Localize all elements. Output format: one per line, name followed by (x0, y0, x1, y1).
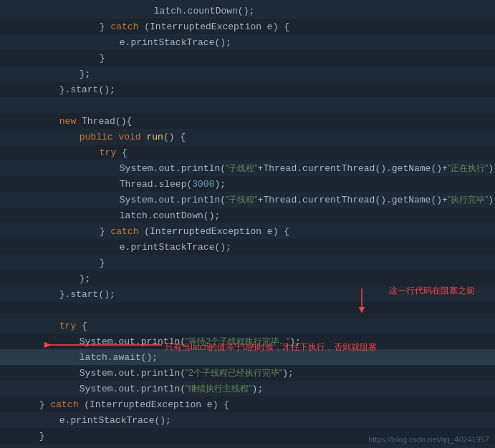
code-line-29: } (0, 444, 495, 448)
watermark: https://blog.csdn.net/qq_40241957 (368, 435, 489, 444)
code-container: latch.countDown(); } catch (InterruptedE… (0, 0, 495, 448)
code-line-27: e.printStackTrace(); (0, 412, 495, 428)
code-line-19: }.start(); (0, 286, 495, 302)
code-line-6: }.start(); (0, 82, 495, 97)
